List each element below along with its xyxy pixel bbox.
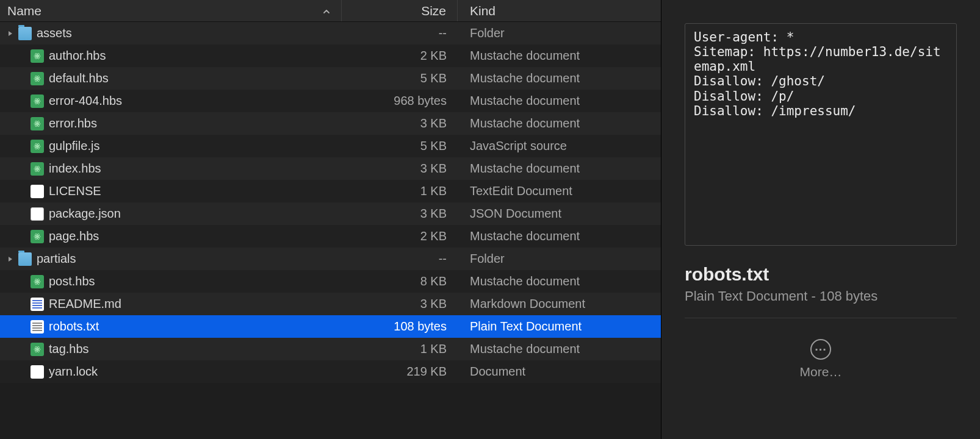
file-name-label: robots.txt bbox=[49, 319, 99, 334]
file-row[interactable]: tag.hbs1 KBMustache document bbox=[0, 338, 661, 360]
hbs-icon bbox=[31, 162, 44, 176]
file-row[interactable]: post.hbs8 KBMustache document bbox=[0, 270, 661, 293]
file-kind-cell: Folder bbox=[458, 252, 661, 266]
file-kind-cell: Plain Text Document bbox=[458, 319, 661, 334]
text-icon bbox=[31, 365, 44, 379]
file-name-cell: page.hbs bbox=[0, 229, 342, 243]
column-header-kind[interactable]: Kind bbox=[458, 0, 661, 21]
file-size-cell: 3 KB bbox=[342, 297, 458, 311]
hbs-icon bbox=[31, 117, 44, 130]
more-label: More… bbox=[800, 365, 842, 379]
file-rows: assets--Folderauthor.hbs2 KBMustache doc… bbox=[0, 22, 661, 439]
file-size-cell: -- bbox=[342, 26, 458, 40]
file-row[interactable]: package.json3 KBJSON Document bbox=[0, 202, 661, 225]
file-name-cell: post.hbs bbox=[0, 274, 342, 288]
file-size-cell: 2 KB bbox=[342, 229, 458, 243]
hbs-icon bbox=[31, 72, 44, 85]
column-header-size[interactable]: Size bbox=[342, 0, 458, 21]
file-size-cell: 968 bytes bbox=[342, 94, 458, 108]
file-size-cell: 8 KB bbox=[342, 274, 458, 288]
file-size-cell: 3 KB bbox=[342, 207, 458, 221]
file-row[interactable]: default.hbs5 KBMustache document bbox=[0, 67, 661, 90]
column-header-name[interactable]: Name bbox=[0, 0, 342, 21]
preview-panel: User-agent: * Sitemap: https://number13.… bbox=[661, 0, 980, 439]
file-name-label: yarn.lock bbox=[49, 365, 98, 379]
file-row[interactable]: error.hbs3 KBMustache document bbox=[0, 112, 661, 135]
svg-point-32 bbox=[37, 348, 38, 349]
file-kind-cell: Mustache document bbox=[458, 116, 661, 130]
hbs-icon bbox=[31, 275, 44, 288]
file-name-cell: yarn.lock bbox=[0, 365, 342, 379]
more-button[interactable]: ··· More… bbox=[685, 339, 957, 379]
file-name-cell: default.hbs bbox=[0, 71, 342, 85]
svg-point-20 bbox=[37, 168, 38, 169]
svg-point-28 bbox=[37, 280, 38, 282]
file-size-cell: 3 KB bbox=[342, 116, 458, 130]
file-name-label: error-404.hbs bbox=[49, 94, 122, 108]
file-name-label: author.hbs bbox=[49, 49, 106, 63]
file-name-label: gulpfile.js bbox=[49, 139, 99, 153]
file-kind-cell: TextEdit Document bbox=[458, 184, 661, 198]
preview-title: robots.txt bbox=[685, 264, 957, 285]
file-name-label: README.md bbox=[49, 297, 121, 311]
ellipsis-icon: ··· bbox=[810, 339, 831, 360]
hbs-icon bbox=[31, 343, 44, 356]
file-name-label: error.hbs bbox=[49, 116, 97, 130]
file-kind-cell: Mustache document bbox=[458, 71, 661, 85]
file-row[interactable]: partials--Folder bbox=[0, 248, 661, 270]
file-row[interactable]: assets--Folder bbox=[0, 22, 661, 45]
svg-point-24 bbox=[37, 235, 38, 237]
sort-ascending-icon bbox=[323, 4, 330, 18]
file-size-cell: 1 KB bbox=[342, 184, 458, 198]
file-name-cell: LICENSE bbox=[0, 184, 342, 198]
column-header-size-label: Size bbox=[421, 4, 446, 18]
preview-content: User-agent: * Sitemap: https://number13.… bbox=[685, 23, 957, 246]
svg-point-4 bbox=[37, 77, 38, 79]
file-size-cell: 108 bytes bbox=[342, 319, 458, 334]
file-size-cell: 5 KB bbox=[342, 139, 458, 153]
file-name-label: page.hbs bbox=[49, 229, 99, 243]
file-kind-cell: Markdown Document bbox=[458, 297, 661, 311]
file-name-cell: robots.txt bbox=[0, 319, 342, 334]
file-row[interactable]: page.hbs2 KBMustache document bbox=[0, 225, 661, 248]
disclosure-triangle-icon[interactable] bbox=[5, 256, 16, 262]
file-row[interactable]: author.hbs2 KBMustache document bbox=[0, 45, 661, 67]
file-size-cell: -- bbox=[342, 252, 458, 266]
file-kind-cell: Mustache document bbox=[458, 229, 661, 243]
file-name-label: index.hbs bbox=[49, 162, 101, 176]
json-icon bbox=[31, 207, 44, 221]
file-list-panel: Name Size Kind assets--Folderauthor.hbs2… bbox=[0, 0, 661, 439]
file-name-cell: gulpfile.js bbox=[0, 139, 342, 153]
file-name-label: package.json bbox=[49, 207, 121, 221]
folder-icon bbox=[18, 27, 32, 40]
file-row[interactable]: LICENSE1 KBTextEdit Document bbox=[0, 180, 661, 202]
file-row[interactable]: error-404.hbs968 bytesMustache document bbox=[0, 90, 661, 112]
file-size-cell: 1 KB bbox=[342, 342, 458, 356]
md-icon bbox=[31, 298, 44, 311]
file-row[interactable]: README.md3 KBMarkdown Document bbox=[0, 293, 661, 315]
file-row[interactable]: yarn.lock219 KBDocument bbox=[0, 360, 661, 383]
file-name-cell: author.hbs bbox=[0, 49, 342, 63]
file-name-cell: tag.hbs bbox=[0, 342, 342, 356]
txt-icon bbox=[31, 320, 44, 334]
file-name-label: assets bbox=[37, 26, 72, 40]
hbs-icon bbox=[31, 95, 44, 108]
file-kind-cell: JSON Document bbox=[458, 207, 661, 221]
file-kind-cell: Mustache document bbox=[458, 274, 661, 288]
file-name-label: partials bbox=[37, 252, 76, 266]
file-name-label: tag.hbs bbox=[49, 342, 89, 356]
hbs-icon bbox=[31, 49, 44, 63]
file-size-cell: 5 KB bbox=[342, 71, 458, 85]
column-header-row: Name Size Kind bbox=[0, 0, 661, 22]
disclosure-triangle-icon[interactable] bbox=[5, 30, 16, 37]
file-kind-cell: Document bbox=[458, 365, 661, 379]
file-row[interactable]: gulpfile.js5 KBJavaScript source bbox=[0, 135, 661, 157]
file-name-label: default.hbs bbox=[49, 71, 109, 85]
hbs-icon bbox=[31, 230, 44, 243]
file-name-cell: package.json bbox=[0, 207, 342, 221]
file-name-cell: index.hbs bbox=[0, 162, 342, 176]
folder-icon bbox=[18, 252, 32, 266]
file-row[interactable]: index.hbs3 KBMustache document bbox=[0, 157, 661, 180]
file-row[interactable]: robots.txt108 bytesPlain Text Document bbox=[0, 315, 661, 338]
file-size-cell: 3 KB bbox=[342, 162, 458, 176]
